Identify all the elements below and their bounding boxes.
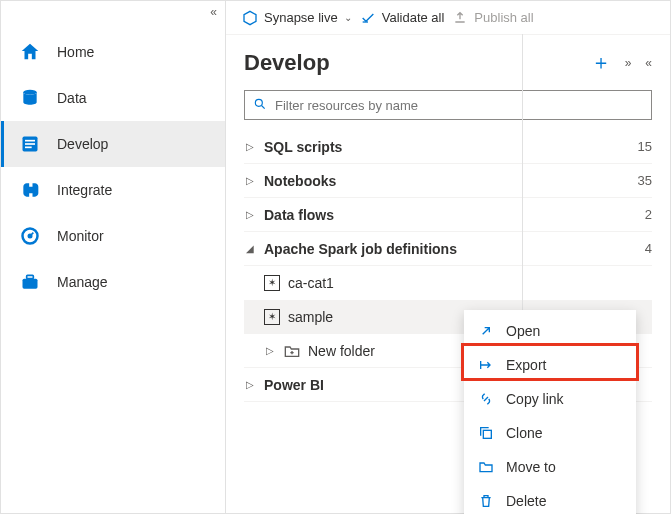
caret-right-icon: ▷	[244, 379, 256, 390]
svg-rect-4	[25, 147, 32, 149]
nav-label: Manage	[57, 274, 108, 290]
clone-icon	[478, 425, 494, 441]
toolbox-icon	[19, 271, 41, 293]
publish-icon	[452, 10, 468, 26]
export-icon	[478, 357, 494, 373]
nav-label: Monitor	[57, 228, 104, 244]
svg-rect-8	[27, 275, 34, 278]
ctx-export[interactable]: Export	[464, 348, 636, 382]
database-icon	[19, 87, 41, 109]
nav-item-home[interactable]: Home	[1, 29, 225, 75]
left-nav: « Home Data Develop	[1, 1, 226, 513]
ctx-label: Clone	[506, 425, 543, 441]
folder-icon	[478, 459, 494, 475]
ctx-label: Delete	[506, 493, 546, 509]
trash-icon	[478, 493, 494, 509]
top-toolbar: Synapse live ⌄ Validate all Publish all	[226, 1, 670, 35]
folder-plus-icon	[284, 344, 300, 358]
pane-title: Develop	[244, 50, 330, 76]
validate-all-button[interactable]: Validate all	[360, 10, 445, 26]
validate-label: Validate all	[382, 10, 445, 25]
nav-item-develop[interactable]: Develop	[1, 121, 225, 167]
ctx-label: Export	[506, 357, 546, 373]
ctx-open[interactable]: Open	[464, 314, 636, 348]
ctx-move-to[interactable]: Move to	[464, 450, 636, 484]
monitor-icon	[19, 225, 41, 247]
ctx-label: Open	[506, 323, 540, 339]
nav-label: Home	[57, 44, 94, 60]
svg-point-10	[255, 99, 262, 106]
context-menu: Open Export Copy link Clone Move to Dele…	[464, 310, 636, 514]
integrate-icon	[19, 179, 41, 201]
open-icon	[478, 323, 494, 339]
nav-item-integrate[interactable]: Integrate	[1, 167, 225, 213]
hexagon-icon	[242, 10, 258, 26]
link-icon	[478, 391, 494, 407]
caret-right-icon: ▷	[244, 175, 256, 186]
caret-right-icon: ▷	[244, 141, 256, 152]
caret-down-icon: ◢	[244, 243, 256, 254]
publish-label: Publish all	[474, 10, 533, 25]
svg-rect-7	[23, 279, 38, 289]
ctx-delete[interactable]: Delete	[464, 484, 636, 514]
chevron-down-icon: ⌄	[344, 12, 352, 23]
home-icon	[19, 41, 41, 63]
caret-right-icon: ▷	[264, 345, 276, 356]
nav-label: Integrate	[57, 182, 112, 198]
nav-label: Data	[57, 90, 87, 106]
caret-right-icon: ▷	[244, 209, 256, 220]
mode-label: Synapse live	[264, 10, 338, 25]
spark-job-icon: ✶	[264, 309, 280, 325]
ctx-copy-link[interactable]: Copy link	[464, 382, 636, 416]
synapse-mode-dropdown[interactable]: Synapse live ⌄	[242, 10, 352, 26]
ctx-clone[interactable]: Clone	[464, 416, 636, 450]
svg-rect-3	[25, 143, 35, 145]
svg-rect-2	[25, 140, 35, 142]
nav-label: Develop	[57, 136, 108, 152]
collapse-nav-button[interactable]: «	[210, 5, 217, 19]
nav-item-manage[interactable]: Manage	[1, 259, 225, 305]
spark-job-icon: ✶	[264, 275, 280, 291]
develop-icon	[19, 133, 41, 155]
nav-item-monitor[interactable]: Monitor	[1, 213, 225, 259]
ctx-label: Copy link	[506, 391, 564, 407]
nav-item-data[interactable]: Data	[1, 75, 225, 121]
ctx-label: Move to	[506, 459, 556, 475]
publish-all-button[interactable]: Publish all	[452, 10, 533, 26]
checkmark-icon	[360, 10, 376, 26]
svg-rect-11	[483, 430, 491, 438]
svg-marker-9	[244, 11, 256, 24]
svg-point-0	[23, 90, 36, 95]
search-icon	[253, 97, 267, 114]
